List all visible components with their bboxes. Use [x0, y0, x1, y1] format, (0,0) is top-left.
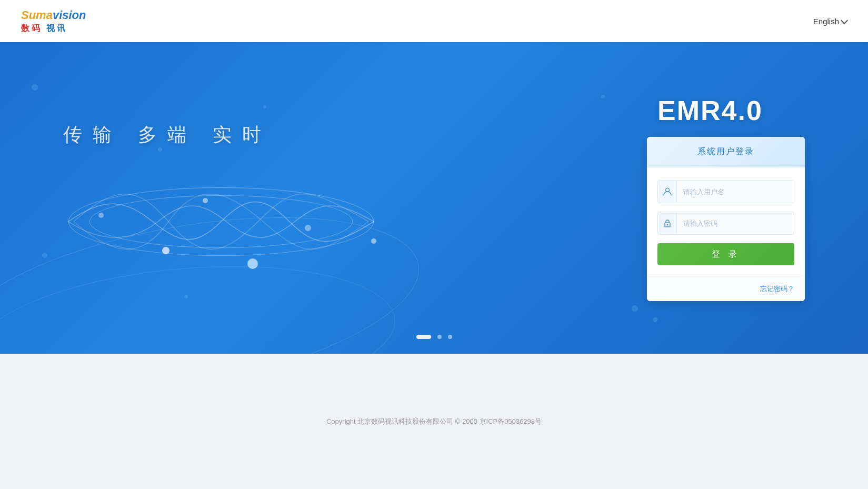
password-input[interactable]: [677, 214, 794, 233]
bg-dot: [184, 295, 188, 298]
logo-chinese-2: 视讯: [46, 24, 67, 33]
logo: Sumavision 数码 视讯: [21, 8, 86, 34]
svg-point-6: [305, 225, 311, 231]
forgot-password-link[interactable]: 忘记密码？: [760, 285, 794, 293]
svg-point-10: [666, 224, 668, 226]
login-card: 系统用户登录: [647, 137, 805, 301]
logo-text: Sumavision: [21, 8, 86, 22]
logo-chinese-1: 数码: [21, 24, 42, 33]
language-selector[interactable]: English: [813, 17, 847, 26]
logo-suma: Suma: [21, 8, 53, 22]
lock-icon: [658, 212, 677, 234]
bg-dot: [653, 317, 657, 322]
carousel-dot-3[interactable]: [448, 335, 452, 339]
chevron-down-icon: [841, 16, 848, 24]
carousel-dot-1[interactable]: [416, 335, 431, 339]
login-card-header: 系统用户登录: [647, 137, 805, 167]
login-title: 系统用户登录: [697, 147, 754, 156]
wave-graphic: [63, 169, 379, 274]
wave-svg: [63, 169, 379, 274]
svg-point-4: [203, 198, 208, 203]
user-icon: [658, 181, 677, 203]
language-label: English: [813, 17, 839, 26]
login-card-body: 登 录: [647, 167, 805, 276]
svg-point-2: [162, 247, 169, 254]
password-input-group: [657, 212, 794, 235]
svg-point-5: [98, 213, 104, 218]
hero-left: 传输 多端 实时: [63, 42, 647, 354]
carousel-dots: [416, 335, 452, 339]
app-title: EMR4.0: [657, 95, 763, 126]
username-input[interactable]: [677, 183, 794, 201]
login-card-footer: 忘记密码？: [647, 276, 805, 301]
logo-vision: vision: [53, 8, 86, 22]
hero-section: 传输 多端 实时: [0, 42, 868, 354]
wave-dot-large: [247, 258, 258, 269]
hero-tagline: 传输 多端 实时: [63, 122, 647, 148]
carousel-dot-2[interactable]: [437, 335, 442, 339]
bg-dot: [32, 84, 38, 91]
logo-chinese: 数码 视讯: [21, 23, 67, 34]
footer: Copyright 北京数码视讯科技股份有限公司 © 2000 京ICP备050…: [0, 354, 868, 489]
header: Sumavision 数码 视讯 English: [0, 0, 868, 42]
svg-point-3: [371, 238, 376, 244]
login-button[interactable]: 登 录: [657, 243, 794, 265]
username-input-group: [657, 180, 794, 203]
bg-dot: [42, 253, 47, 258]
copyright-text: Copyright 北京数码视讯科技股份有限公司 © 2000 京ICP备050…: [326, 417, 542, 426]
hero-right: EMR4.0 系统用户登录: [647, 95, 826, 301]
